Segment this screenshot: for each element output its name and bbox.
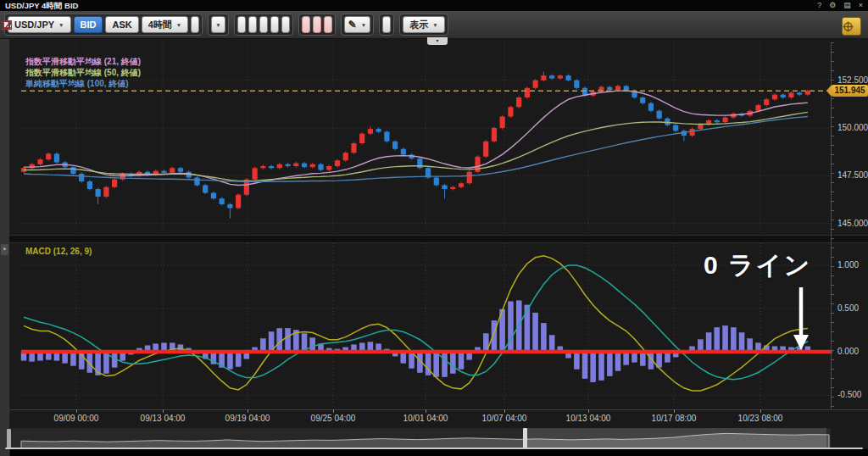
candle-body [203, 186, 208, 193]
candle-body [293, 164, 298, 166]
candle-body [170, 168, 175, 173]
scroll-to-end-button[interactable] [281, 16, 290, 33]
candle-body [351, 143, 356, 153]
time-tick [674, 409, 675, 413]
zoom-group [234, 14, 293, 36]
legend-ema21[interactable]: 指数平滑移動平均線 (21, 終値) [25, 56, 141, 67]
macd-histogram-bar [582, 352, 587, 379]
price-tick-label: 152.500 [837, 75, 868, 85]
chevron-down-icon: ▼ [176, 22, 181, 28]
close-icon[interactable]: × [859, 0, 863, 11]
candle-body [797, 92, 802, 94]
symbol-select[interactable]: USD/JPY ▼ [8, 16, 71, 33]
macd-line [24, 256, 808, 391]
time-tick [760, 409, 761, 413]
macd-histogram-bar [591, 352, 596, 382]
candle-body [227, 204, 232, 209]
detach-chart-button[interactable] [324, 16, 332, 33]
ask-label: ASK [112, 19, 131, 30]
candle-body [376, 129, 381, 131]
compass-icon [843, 21, 854, 32]
candle-body [715, 120, 720, 122]
macd-tick-label: 1.000 [837, 260, 868, 270]
macd-histogram-bar [599, 352, 604, 381]
candle-body [368, 129, 373, 134]
chart-window: USD/JPY 4時間 BID ? ⚙ ▤ × USD/JPY ▼ BID AS… [0, 0, 868, 456]
candle-body [343, 153, 348, 160]
candle-body [70, 167, 75, 174]
macd-histogram-bar [533, 313, 538, 352]
time-tick-label: 10/07 04:00 [470, 414, 538, 423]
duplicate-chart-button[interactable] [313, 16, 321, 33]
zero-line-annotation-text[interactable]: 0 ライン [704, 248, 811, 283]
settings-icon[interactable]: ⚙ [829, 0, 836, 11]
navigator-left-handle[interactable] [7, 429, 11, 448]
settings-group [379, 14, 394, 36]
macd-tick-label: 0.000 [837, 347, 868, 356]
display-group: 表示 ▼ [399, 14, 448, 36]
zoom-in-button[interactable] [237, 16, 246, 33]
navigator-handle[interactable] [523, 428, 527, 449]
add-chart-button[interactable] [302, 16, 310, 33]
toolbar: USD/JPY ▼ BID ASK 4時間 ▼ [0, 11, 868, 39]
display-label: 表示 [409, 19, 428, 31]
compare-charts-button[interactable] [191, 16, 199, 33]
chart-settings-button[interactable] [382, 16, 391, 33]
macd-histogram-bar [260, 339, 265, 352]
macd-legend[interactable]: MACD (12, 26, 9) [25, 247, 92, 256]
candle-body [500, 117, 505, 129]
indicator-legend: 指数平滑移動平均線 (21, 終値) 指数平滑移動平均線 (50, 終値) 単純… [25, 56, 141, 89]
navigator-selection[interactable] [526, 428, 826, 449]
ask-button[interactable]: ASK [105, 16, 138, 33]
candle-body [236, 195, 241, 209]
quick-tool-button[interactable] [842, 17, 861, 36]
timeframe-select[interactable]: 4時間 ▼ [142, 16, 189, 33]
macd-tick-label: -0.500 [837, 390, 868, 399]
fit-width-button[interactable] [270, 16, 279, 33]
legend-ema50[interactable]: 指数平滑移動平均線 (50, 終値) [25, 67, 141, 78]
legend-sma100[interactable]: 単純移動平均線 (100, 終値) [25, 78, 141, 89]
horizontal-scrollbar[interactable] [5, 448, 863, 449]
bid-button[interactable]: BID [74, 16, 103, 33]
price-tick-label: 147.500 [837, 170, 868, 180]
candle-body [657, 111, 662, 119]
chart-type-select[interactable]: ▼ [211, 16, 225, 33]
sma100-line[interactable] [24, 117, 808, 182]
macd-histogram-bar [574, 352, 579, 369]
fit-both-button[interactable] [259, 16, 268, 33]
macd-histogram-bar [525, 305, 530, 352]
chart-settings-icon [0, 19, 13, 31]
print-icon[interactable]: ▤ [843, 0, 851, 11]
draw-tool-select[interactable]: ✎ ▼ [344, 16, 371, 33]
candle-body [475, 157, 480, 172]
candle-body [483, 142, 488, 157]
symbol-label: USD/JPY [14, 19, 54, 30]
ema50-line[interactable] [24, 112, 808, 181]
candle-body [178, 168, 183, 172]
macd-histogram-bar [640, 352, 645, 365]
price-axis-ticks [831, 42, 834, 409]
time-tick-label: 10/17 08:00 [640, 414, 708, 423]
candle-body [194, 178, 199, 186]
time-tick-label: 10/01 04:00 [392, 414, 459, 423]
candle-body [722, 118, 727, 123]
candle-body [260, 166, 265, 168]
candle-body [37, 159, 42, 164]
time-tick [76, 409, 77, 413]
ema21-line[interactable] [24, 91, 808, 185]
help-icon[interactable]: ? [817, 0, 821, 11]
candle-body [359, 134, 364, 143]
zoom-out-button[interactable] [248, 16, 257, 33]
chevron-down-icon: ▼ [215, 22, 220, 28]
candle-body [558, 75, 563, 78]
candle-body [516, 97, 521, 107]
candle-body [392, 142, 398, 149]
time-tick [504, 409, 505, 413]
display-menu-button[interactable]: 表示 ▼ [403, 16, 444, 33]
candle-body [673, 125, 678, 131]
navigator-canvas[interactable] [0, 428, 868, 449]
candle-body [434, 178, 439, 186]
price-tick-label: 145.000 [837, 219, 868, 228]
candle-body [467, 172, 472, 184]
title-bar: USD/JPY 4時間 BID ? ⚙ ▤ × [0, 0, 868, 12]
